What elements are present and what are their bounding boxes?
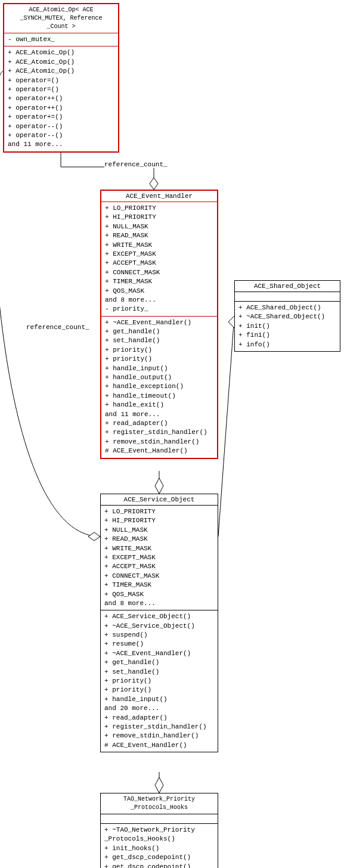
event-handler-box: ACE_Event_Handler + LO_PRIORITY + HI_PRI…: [100, 190, 218, 459]
svg-marker-10: [155, 777, 163, 793]
shared-object-methods: + ACE_Shared_Object() + ~ACE_Shared_Obje…: [235, 302, 340, 351]
svg-line-7: [218, 316, 234, 537]
atomic-op-fields: - own_mutex_: [4, 33, 118, 46]
reference-count-left-label: reference_count_: [26, 324, 89, 331]
svg-marker-6: [155, 478, 163, 494]
service-object-methods: + ACE_Service_Object() + ~ACE_Service_Ob…: [101, 610, 218, 752]
service-object-box: ACE_Service_Object + LO_PRIORITY + HI_PR…: [100, 494, 218, 752]
reference-count-top-label: reference_count_: [104, 161, 168, 168]
atomic-op-box: ACE_Atomic_Op< ACE_SYNCH_MUTEX, Referenc…: [3, 3, 119, 153]
uml-diagram: ACE_Atomic_Op< ACE_SYNCH_MUTEX, Referenc…: [0, 0, 344, 868]
tao-hooks-empty: [101, 814, 218, 824]
event-handler-title: ACE_Event_Handler: [101, 191, 217, 202]
tao-hooks-box: TAO_Network_Priority_Protocols_Hooks + ~…: [100, 793, 218, 868]
tao-hooks-methods: + ~TAO_Network_Priority _Protocols_Hooks…: [101, 824, 218, 868]
tao-hooks-title: TAO_Network_Priority_Protocols_Hooks: [101, 793, 218, 814]
event-handler-fields: + LO_PRIORITY + HI_PRIORITY + NULL_MASK …: [101, 202, 217, 317]
event-handler-methods: + ~ACE_Event_Handler() + get_handle() + …: [101, 317, 217, 458]
svg-marker-4: [88, 532, 100, 541]
atomic-op-methods: + ACE_Atomic_Op() + ACE_Atomic_Op() + AC…: [4, 46, 118, 151]
shared-object-title: ACE_Shared_Object: [235, 281, 340, 292]
shared-object-box: ACE_Shared_Object + ACE_Shared_Object() …: [234, 280, 340, 352]
service-object-fields: + LO_PRIORITY + HI_PRIORITY + NULL_MASK …: [101, 506, 218, 610]
svg-marker-3: [150, 178, 158, 190]
atomic-op-title: ACE_Atomic_Op< ACE_SYNCH_MUTEX, Referenc…: [4, 4, 118, 33]
service-object-title: ACE_Service_Object: [101, 494, 218, 506]
shared-object-empty: [235, 292, 340, 302]
